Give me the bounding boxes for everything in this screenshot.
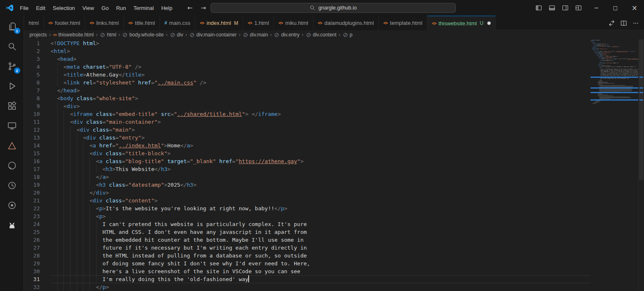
code-line[interactable]: <link rel="stylesheet" href="../main.css… [51,79,591,87]
breadcrumb-item-div.main-container[interactable]: div.main-container [189,32,237,38]
code-line[interactable]: <h3>This Website</h3> [51,165,591,173]
menu-edit[interactable]: Edit [32,0,49,16]
cat-extension-icon [7,220,17,230]
symbol-icon [100,32,105,38]
split-editor-icon[interactable] [620,20,627,26]
tab-miku.html[interactable]: <>miku.html [274,16,313,30]
forward-arrow-icon[interactable]: → [201,4,206,12]
menu-file[interactable]: File [16,0,32,16]
code-line[interactable]: I'm really doing this the 'old-fashioned… [51,275,591,283]
activity-cat-extension[interactable] [0,215,24,235]
code-line[interactable]: <div class="content"> [51,197,591,204]
activity-explorer[interactable]: 1 [0,17,24,36]
breadcrumb-item-thiswebsite.html[interactable]: <>thiswebsite.html [53,32,94,38]
menu-go[interactable]: Go [98,0,112,16]
minimize-button[interactable]: ─ [587,0,606,16]
tab-1.html[interactable]: <>1.html [243,16,274,30]
breadcrumb-item-div.entry[interactable]: div.entry [274,32,299,38]
indent-guide [96,220,97,228]
activity-remote-explorer[interactable] [0,116,24,136]
code-line[interactable]: <h3 class="datestamp">2025</h3> [51,181,591,189]
menu-selection[interactable]: Selection [49,0,78,16]
tab-main.css[interactable]: #main.css [160,16,195,30]
tab-template.html[interactable]: <>template.html [379,16,427,30]
indent-guide [70,149,70,157]
code-line[interactable]: <a href="../index.html">Home</a> [51,142,591,149]
activity-search[interactable] [0,36,24,56]
code-line[interactable]: <title>Athene.Gay</title> [51,71,591,79]
tab-thiswebsite.html[interactable]: <>thiswebsite.htmlU [427,16,496,30]
code-area[interactable]: <!DOCTYPE html><html> <head> <meta chars… [51,39,591,291]
code-line[interactable]: HTML and CSS. I don't even have any java… [51,228,591,236]
menu-run[interactable]: Run [112,0,130,16]
menu-terminal[interactable]: Terminal [130,0,157,16]
code-line[interactable]: <!DOCTYPE html> [51,39,591,47]
indent-guide [57,220,58,228]
customize-layout-icon[interactable] [575,5,582,11]
tab-links.html[interactable]: <>links.html [85,16,123,30]
toggle-secondary-sidebar-icon[interactable] [562,5,569,11]
breadcrumb-item-div.content[interactable]: div.content [306,32,337,38]
menu-help[interactable]: Help [157,0,176,16]
menu-view[interactable]: View [79,0,98,16]
code-line[interactable]: <div class="main-container"> [51,118,591,126]
tab-html[interactable]: html [24,16,44,30]
code-line[interactable]: <meta charset="UTF-8" /> [51,63,591,71]
code-line[interactable]: </head> [51,87,591,94]
code-line[interactable]: <div class="main"> [51,126,591,134]
indent-guide [77,134,77,142]
more-actions-icon[interactable] [632,20,639,26]
tab-title.html[interactable]: <>title.html [124,16,160,30]
code-line[interactable]: <div class="entry"> [51,134,591,142]
code-line[interactable]: <iframe class="embed-title" src="../shar… [51,110,591,118]
code-line[interactable]: <p>It's the website you're looking at ri… [51,204,591,212]
breadcrumb-item-html[interactable]: html [100,32,116,38]
indent-guide [83,173,83,181]
code-line[interactable]: </p> [51,283,591,291]
activity-record-extension[interactable] [0,195,24,215]
breadcrumb-item-body.whole-site[interactable]: body.whole-site [122,32,164,38]
scrollbar-thumb[interactable] [639,39,644,180]
code-line[interactable]: <a class="blog-title" target="_blank" hr… [51,157,591,165]
activity-source-control[interactable]: 2 [0,56,24,76]
code-line[interactable]: <html> [51,47,591,55]
code-line[interactable]: the HTML instead of pulling from a datab… [51,252,591,260]
breadcrumb-item-projects[interactable]: projects [29,32,47,38]
code-line[interactable]: <body class="whole-site"> [51,94,591,102]
code-line[interactable]: future if it's necessary but I'm writing… [51,244,591,252]
toggle-panel-icon[interactable] [549,5,555,11]
back-arrow-icon[interactable]: ← [187,4,193,12]
command-center-search[interactable]: gnargle.github.io [211,3,456,13]
code-line[interactable]: <head> [51,55,591,63]
activity-run-debug[interactable] [0,76,24,96]
code-line[interactable]: <p> [51,212,591,220]
code-line[interactable]: <div> [51,102,591,110]
code-line[interactable]: <div class="title-block"> [51,149,591,157]
line-number: 12 [24,126,40,134]
toggle-sidebar-icon[interactable] [535,5,542,11]
html-file-icon: <> [90,21,94,25]
code-line[interactable]: of doing some fancy shit I don't see why… [51,260,591,267]
activity-github[interactable] [0,156,24,176]
activity-extensions[interactable] [0,96,24,116]
activity-triangle-extension[interactable] [0,136,24,156]
tab-dalamudplugins.html[interactable]: <>dalamudplugins.html [313,16,379,30]
breadcrumb-item-div[interactable]: div [170,32,183,38]
breadcrumb-item-div.main[interactable]: div.main [243,32,268,38]
code-line[interactable]: here's a live screenshot of the site in … [51,267,591,275]
html-file-icon: <> [278,21,283,25]
tab-index.html[interactable]: <>index.htmlM [195,16,243,30]
code-line[interactable]: </div> [51,189,591,197]
activity-clock-extension[interactable] [0,176,24,195]
minimap[interactable]: <!DOCTYPE html><html> <head> <meta chars… [591,39,638,291]
breadcrumb-item-p[interactable]: p [343,32,353,38]
code-line[interactable]: I can't pretend this website is particul… [51,220,591,228]
open-changes-icon[interactable] [608,20,615,26]
code-editor[interactable]: 1234567891011121314151617181920212223242… [24,39,644,291]
scrollbar[interactable] [638,39,644,291]
code-line[interactable]: </a> [51,173,591,181]
maximize-button[interactable]: □ [606,0,625,16]
tab-footer.html[interactable]: <>footer.html [44,16,85,30]
code-line[interactable]: the embedded hit counter at the bottom. … [51,236,591,244]
close-button[interactable]: × [625,0,644,16]
